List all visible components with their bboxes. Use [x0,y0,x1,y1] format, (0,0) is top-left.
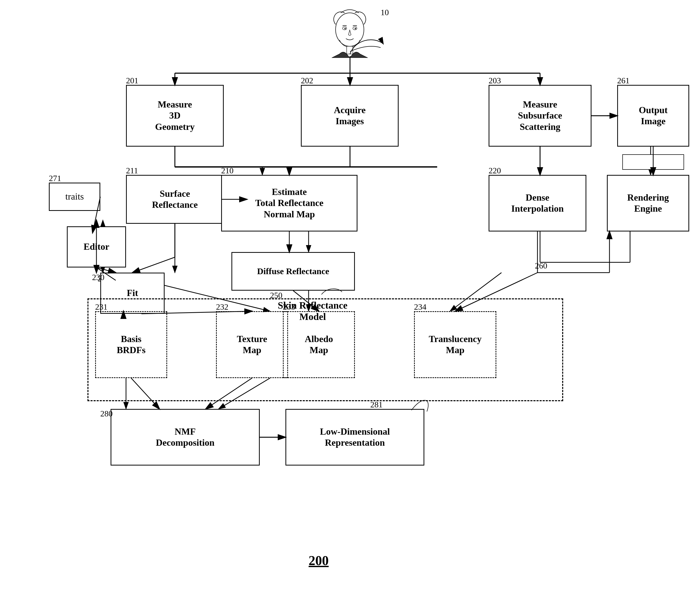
ref-201: 201 [126,76,139,85]
ref-260: 260 [535,261,547,271]
diffuse-reflectance-box: Diffuse Reflectance [231,252,355,291]
svg-line-60 [132,257,175,273]
ref-203: 203 [489,76,501,85]
acquire-images-box: AcquireImages [301,85,399,147]
measure-subsurface-box: MeasureSubsurfaceScattering [489,85,592,147]
ref-220: 220 [489,166,501,175]
ref-10: 10 [381,8,389,17]
figure-label: 200 [308,553,329,568]
dense-interpolation-box: DenseInterpolation [489,175,586,231]
estimate-total-box: EstimateTotal ReflectanceNormal Map [221,175,357,231]
svg-rect-34 [347,46,353,54]
ref-280: 280 [100,409,112,419]
nmf-decomposition-box: NMFDecomposition [110,409,260,466]
measure-3d-geometry-box: Measure3DGeometry [126,85,224,147]
surface-reflectance-box: SurfaceReflectance [126,175,224,224]
ref-210: 210 [221,166,233,175]
ref-230: 230 [92,273,104,282]
ref-271: 271 [49,174,61,183]
rendering-engine-box: RenderingEngine [607,175,689,231]
ref-250: 250 [270,291,282,300]
basis-brdfs-box: BasisBRDFs [95,311,167,378]
ref-281: 281 [370,400,383,409]
low-dimensional-box: Low-DimensionalRepresentation [285,409,424,466]
output-image-sub-box [622,154,684,170]
traits-box: traits [49,183,100,211]
ref-233: 233 [283,302,295,312]
editor-box: Editor [67,226,126,268]
ref-234: 234 [414,302,426,312]
svg-point-32 [344,28,346,29]
output-image-box: OutputImage [617,85,689,147]
texture-map-box: TextureMap [216,311,288,378]
ref-211: 211 [126,166,138,175]
ref-232: 232 [216,302,228,312]
svg-line-57 [96,268,116,273]
ref-261: 261 [617,76,629,85]
translucency-map-box: TranslucencyMap [414,311,496,378]
svg-line-69 [383,43,383,44]
svg-point-33 [355,28,356,29]
ref-231: 231 [95,302,107,312]
ref-202: 202 [301,76,313,85]
albedo-map-box: AlbedoMap [283,311,355,378]
